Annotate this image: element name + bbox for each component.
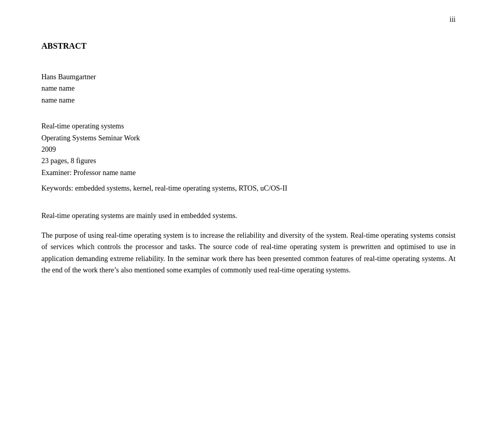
author-group: Hans Baumgartner name name name name (41, 71, 456, 106)
pages-figures-line: 23 pages, 8 figures (41, 155, 456, 167)
subject-line: Real-time operating systems (41, 121, 456, 132)
document-page: iii ABSTRACT Hans Baumgartner name name … (0, 0, 497, 448)
abstract-intro: Real-time operating systems are mainly u… (41, 210, 456, 222)
subject-group: Real-time operating systems Operating Sy… (41, 121, 456, 179)
abstract-paragraph-1: The purpose of using real-time operating… (41, 230, 456, 277)
metadata-block: Hans Baumgartner name name name name Rea… (41, 71, 456, 195)
abstract-heading: ABSTRACT (41, 41, 456, 51)
abstract-body: The purpose of using real-time operating… (41, 230, 456, 277)
course-line: Operating Systems Seminar Work (41, 133, 456, 144)
keywords-line: Keywords: embedded systems, kernel, real… (41, 183, 456, 194)
year-line: 2009 (41, 144, 456, 155)
examiner-line: Examiner: Professor name name (41, 167, 456, 179)
page-number: iii (449, 16, 456, 24)
author-name: Hans Baumgartner (41, 71, 456, 83)
author-line3: name name (41, 95, 456, 106)
author-line2: name name (41, 83, 456, 94)
